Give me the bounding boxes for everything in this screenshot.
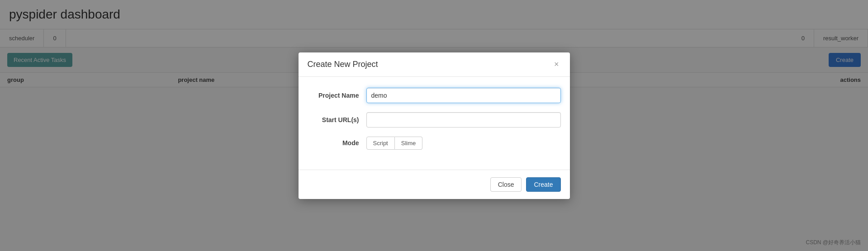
mode-slime-button[interactable]: Slime <box>395 137 423 150</box>
modal-title: Create New Project <box>308 60 378 69</box>
project-name-group: Project Name <box>308 88 561 103</box>
project-name-label: Project Name <box>308 92 366 99</box>
mode-toggle-group: Script Slime <box>366 137 423 150</box>
modal-header: Create New Project × <box>299 52 570 77</box>
create-project-modal: Create New Project × Project Name Start … <box>299 52 570 199</box>
close-modal-button[interactable]: Close <box>490 177 522 192</box>
mode-script-button[interactable]: Script <box>366 137 395 150</box>
start-urls-label: Start URL(s) <box>308 116 366 123</box>
project-name-input[interactable] <box>366 88 561 103</box>
modal-body: Project Name Start URL(s) Mode Script Sl… <box>299 77 570 170</box>
modal-footer: Close Create <box>299 170 570 199</box>
modal-close-x-button[interactable]: × <box>552 60 561 68</box>
start-urls-input[interactable] <box>366 112 561 128</box>
create-modal-button[interactable]: Create <box>526 177 560 192</box>
mode-group-row: Mode Script Slime <box>308 137 561 150</box>
mode-label: Mode <box>308 139 366 147</box>
modal-overlay: Create New Project × Project Name Start … <box>0 0 868 251</box>
start-urls-group: Start URL(s) <box>308 112 561 128</box>
